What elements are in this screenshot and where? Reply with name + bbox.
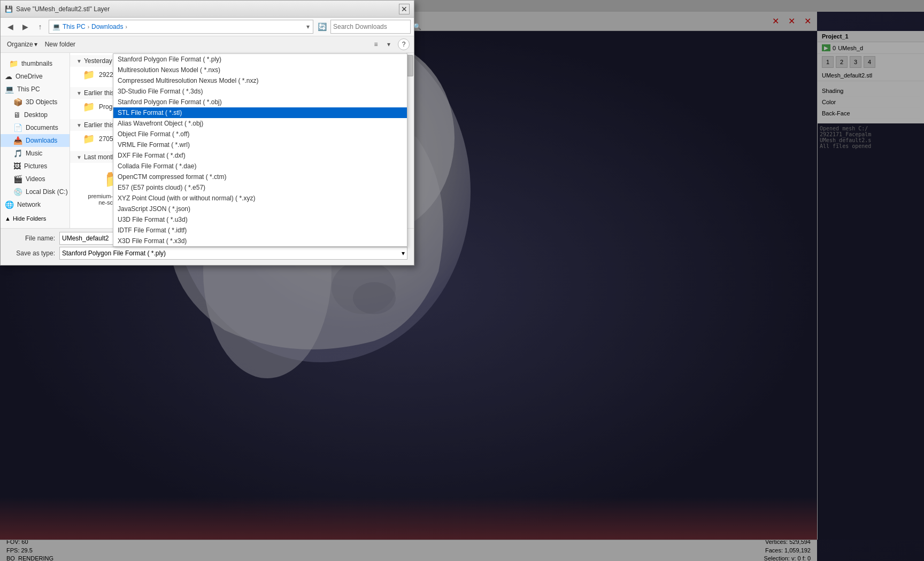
dialog-footer: File name: Save Cancel Save as type: Sta… <box>1 228 414 265</box>
facepalm-folder-icon: 📁 <box>83 69 95 81</box>
nav-network[interactable]: 🌐 Network <box>1 198 70 211</box>
nav-onedrive-label: OneDrive <box>16 73 43 80</box>
format-option-json[interactable]: JavaScript JSON ( *.json) <box>113 204 407 214</box>
videos-icon: 🎬 <box>13 175 22 183</box>
nav-this-pc[interactable]: 💻 This PC <box>1 83 70 96</box>
format-option-ply2[interactable]: Stanford Polygon File Format ( *.obj) <box>113 97 407 107</box>
organize-arrow-icon: ▾ <box>34 41 37 48</box>
format-option-stl[interactable]: STL File Format ( *.stl) <box>113 107 407 118</box>
back-button[interactable]: ◀ <box>4 20 17 33</box>
nav-downloads-label: Downloads <box>26 137 57 144</box>
format-option-dxf[interactable]: DXF File Format ( *.dxf) <box>113 150 407 161</box>
nav-onedrive[interactable]: ☁ OneDrive <box>1 70 70 83</box>
format-option-idtf[interactable]: IDTF File Format ( *.idtf) <box>113 225 407 236</box>
format-option-wrl[interactable]: VRML File Format ( *.wrl) <box>113 139 407 150</box>
forward-button[interactable]: ▶ <box>19 20 32 33</box>
breadcrumb-icon: 💻 <box>52 23 60 30</box>
file-scrollbar-track[interactable] <box>406 53 414 228</box>
search-input[interactable] <box>333 23 413 30</box>
dialog-nav-toolbar: ◀ ▶ ↑ 💻 This PC › Downloads › ▾ 🔄 🔍 <box>1 18 414 36</box>
search-icon: 🔍 <box>413 23 421 30</box>
format-selected-value: Stanford Polygon File Format ( *.ply) <box>62 250 166 257</box>
format-option-u3d[interactable]: U3D File Format ( *.u3d) <box>113 214 407 225</box>
desktop-icon: 🖥 <box>13 111 21 119</box>
nav-thumbnails[interactable]: 📁 thumbnails <box>1 57 70 70</box>
format-option-obj[interactable]: Alias Wavefront Object ( *.obj) <box>113 118 407 129</box>
save-dialog: 💾 Save "UMesh_default2.stl" Layer ✕ ◀ ▶ … <box>0 0 414 266</box>
file-scrollbar-thumb[interactable] <box>407 55 413 76</box>
new-folder-button[interactable]: New folder <box>43 40 78 49</box>
nav-local-disk-label: Local Disk (C:) <box>26 188 68 196</box>
organize-label: Organize <box>7 41 33 48</box>
format-option-dae[interactable]: Collada File Format ( *.dae) <box>113 161 407 172</box>
nav-videos[interactable]: 🎬 Videos <box>1 173 70 185</box>
help-button[interactable]: ? <box>398 38 410 50</box>
local-disk-icon: 💿 <box>13 188 22 196</box>
nav-videos-label: Videos <box>26 175 45 183</box>
nav-3d-objects-label: 3D Objects <box>26 98 57 106</box>
format-select-arrow-icon: ▾ <box>402 250 405 257</box>
format-select-wrapper: Stanford Polygon File Format ( *.ply) ▾ … <box>59 247 407 260</box>
pictures-icon: 🖼 <box>13 162 21 170</box>
nav-pictures-label: Pictures <box>24 162 47 170</box>
yesterday-toggle-icon: ▼ <box>76 58 82 64</box>
format-option-x3d[interactable]: X3D File Format ( *.x3d) <box>113 236 407 246</box>
view-list-button[interactable]: ≡ <box>370 38 382 50</box>
nav-local-disk[interactable]: 💿 Local Disk (C:) <box>1 185 70 198</box>
format-option-ctm[interactable]: OpenCTM compressed format ( *.ctm) <box>113 172 407 182</box>
music-icon: 🎵 <box>13 149 22 158</box>
dialog-title-icon: 💾 <box>5 5 13 13</box>
nav-documents[interactable]: 📄 Documents <box>1 121 70 134</box>
up-button[interactable]: ↑ <box>34 20 47 33</box>
save-as-row: Save as type: Stanford Polygon File Form… <box>7 247 407 260</box>
breadcrumb-sep-2: › <box>125 24 127 30</box>
nav-desktop-label: Desktop <box>24 111 48 119</box>
dialog-organize-toolbar: Organize ▾ New folder ≡ ▾ ? <box>1 36 414 53</box>
dialog-overlay: 💾 Save "UMesh_default2.stl" Layer ✕ ◀ ▶ … <box>0 0 924 561</box>
nav-desktop[interactable]: 🖥 Desktop <box>1 108 70 121</box>
programs-folder-icon: 📁 <box>83 101 95 113</box>
format-dropdown-list: Stanford Polygon File Format ( *.ply) Mu… <box>113 53 407 247</box>
organize-button[interactable]: Organize ▾ <box>5 40 40 49</box>
format-select-display[interactable]: Stanford Polygon File Format ( *.ply) ▾ <box>59 247 407 260</box>
earlier-month-toggle-icon: ▼ <box>76 122 82 128</box>
format-option-off[interactable]: Object File Format ( *.off) <box>113 129 407 139</box>
dialog-titlebar: 💾 Save "UMesh_default2.stl" Layer ✕ <box>1 1 414 18</box>
dialog-title-text: Save "UMesh_default2.stl" Layer <box>16 5 110 13</box>
breadcrumb-downloads[interactable]: Downloads <box>91 23 123 30</box>
this-pc-icon: 💻 <box>5 85 14 94</box>
breadcrumb-dropdown[interactable]: ▾ <box>306 23 310 30</box>
format-option-xyz[interactable]: XYZ Point Cloud (with or without normal)… <box>113 193 407 204</box>
earlier-week-toggle-icon: ▼ <box>76 90 82 96</box>
3d-objects-icon: 📦 <box>13 98 22 106</box>
nav-pictures[interactable]: 🖼 Pictures <box>1 160 70 173</box>
format-option-3ds[interactable]: 3D-Studio File Format ( *.3ds) <box>113 86 407 97</box>
nav-music[interactable]: 🎵 Music <box>1 147 70 160</box>
hide-folders-toggle[interactable]: ▲ Hide Folders <box>1 213 70 224</box>
format-option-e57[interactable]: E57 (E57 points cloud) ( *.e57) <box>113 182 407 193</box>
nav-this-pc-label: This PC <box>17 85 40 93</box>
nav-downloads[interactable]: 📥 Downloads <box>1 134 70 147</box>
last-month-toggle-icon: ▼ <box>76 154 82 160</box>
search-bar: 🔍 <box>330 20 411 34</box>
nav-network-label: Network <box>17 201 41 208</box>
nav-3d-objects[interactable]: 📦 3D Objects <box>1 96 70 108</box>
view-detail-dropdown[interactable]: ▾ <box>383 38 395 50</box>
format-option-ply1[interactable]: Stanford Polygon File Format ( *.ply) <box>113 54 407 65</box>
hide-folders-arrow: ▲ <box>5 215 11 222</box>
format-option-nxs[interactable]: Multiresolution Nexus Model ( *.nxs) <box>113 65 407 75</box>
save-as-label: Save as type: <box>7 250 55 257</box>
format-option-nxz[interactable]: Compressed Multiresolution Nexus Model (… <box>113 75 407 86</box>
view-buttons: ≡ ▾ ? <box>370 38 410 50</box>
downloads-icon: 📥 <box>13 136 22 145</box>
filename-label: File name: <box>7 235 55 242</box>
nav-thumbnails-label: thumbnails <box>21 60 52 67</box>
onedrive-icon: ☁ <box>5 72 12 81</box>
breadcrumb-sep-1: › <box>88 24 89 30</box>
nav-documents-label: Documents <box>26 124 58 131</box>
breadcrumb-this-pc[interactable]: This PC <box>63 23 86 30</box>
network-icon: 🌐 <box>5 200 14 209</box>
folder-nav-sidebar: 📁 thumbnails ☁ OneDrive 💻 This PC 📦 3D O… <box>1 53 70 228</box>
dialog-close-button[interactable]: ✕ <box>399 4 410 14</box>
refresh-button[interactable]: 🔄 <box>315 20 328 33</box>
